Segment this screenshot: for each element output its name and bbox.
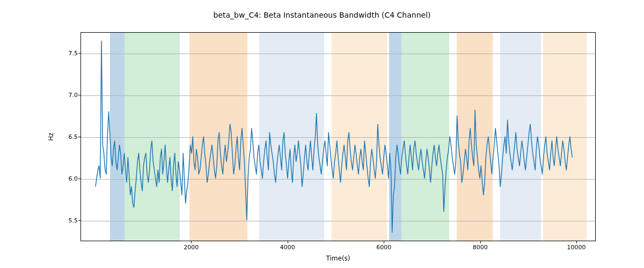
y-tick-label: 7.0 [69, 92, 78, 99]
y-tick-label: 6.5 [69, 133, 78, 140]
x-axis-label: Time(s) [326, 255, 350, 262]
y-tick-mark [78, 95, 80, 95]
y-axis-label: Hz [47, 132, 55, 140]
chart-title: beta_bw_C4: Beta Instantaneous Bandwidth… [0, 11, 644, 19]
y-tick-label: 7.5 [69, 50, 78, 57]
y-tick-label: 6.0 [69, 175, 78, 182]
x-tick-mark [288, 241, 288, 243]
x-tick-mark [576, 241, 577, 243]
x-tick-label: 4000 [280, 244, 295, 251]
x-tick-label: 8000 [473, 244, 488, 251]
y-tick-mark [78, 220, 80, 221]
line-svg [81, 33, 595, 241]
series-line-beta_bw_C4 [96, 41, 573, 233]
y-tick-mark [78, 137, 80, 137]
x-tick-label: 6000 [376, 244, 391, 251]
x-tick-label: 2000 [184, 244, 199, 251]
x-tick-label: 10000 [567, 244, 586, 251]
x-tick-mark [480, 241, 481, 243]
plot-area [80, 32, 596, 241]
y-tick-mark [78, 53, 80, 54]
x-tick-mark [384, 241, 384, 243]
y-tick-label: 5.5 [69, 217, 78, 224]
x-tick-mark [191, 241, 192, 243]
figure: beta_bw_C4: Beta Instantaneous Bandwidth… [0, 0, 644, 268]
y-tick-mark [78, 178, 80, 179]
